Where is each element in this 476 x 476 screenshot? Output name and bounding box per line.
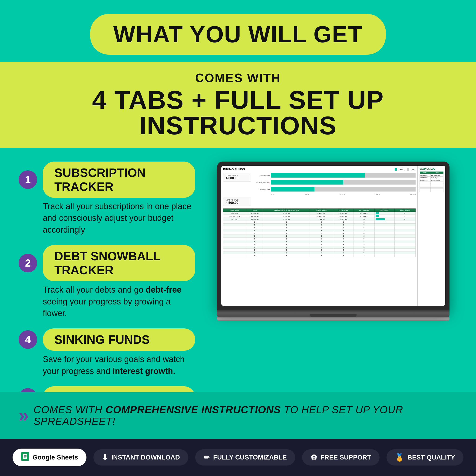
feature-2-desc: Track all your debts and go debt-free se… (18, 284, 195, 319)
table-cell-empty: $ (246, 226, 263, 229)
table-cell-empty (374, 246, 394, 249)
table-cell-empty: $ (310, 252, 333, 254)
table-cell-empty: $ (246, 229, 263, 232)
log-th-fund: FUND (430, 171, 443, 174)
table-cell-empty (223, 221, 246, 224)
table-cell-empty: $ (263, 243, 310, 246)
table-cell-empty (394, 235, 415, 238)
table-cell-empty: $ (246, 243, 263, 246)
chart-area: Pet Care fund Tech Replacement (253, 173, 416, 195)
table-row-empty: $$$$$ (223, 252, 416, 254)
left-to-save-box: LEFT TO SAVE 4,500.00 (223, 198, 251, 206)
table-cell: 6 (394, 212, 415, 215)
log-th-date: DATE (420, 171, 431, 174)
table-cell-empty (394, 243, 415, 246)
table-cell-empty: $ (333, 246, 354, 249)
ss-main: INKING FUNDS SAVED LEFT (221, 166, 417, 306)
laptop-screen: INKING FUNDS SAVED LEFT (221, 166, 445, 306)
feature-1-title: SUBSCRIPTION TRACKER (43, 162, 195, 198)
table-cell: $ 1,500.00 (354, 215, 374, 218)
table-cell: $ 2,500.00 (246, 215, 263, 218)
google-sheets-label: Google Sheets (33, 454, 78, 461)
table-row-empty: $$$$$ (223, 243, 416, 246)
table-cell-empty: $ (354, 226, 374, 229)
chart-axis-2000: 2,000.00 (339, 194, 344, 195)
table-cell-empty: $ (354, 238, 374, 240)
th-fund-name: FUND NAME (223, 209, 246, 212)
left-to-save-label: LEFT TO SAVE (226, 199, 248, 201)
table-cell-empty: $ (246, 252, 263, 254)
total-saved-box: TOTAL SAVED 4,000.00 (223, 173, 251, 182)
ss-legend: SAVED LEFT (395, 168, 416, 170)
log-row-empty (420, 191, 443, 192)
table-cell-empty (374, 224, 394, 226)
chart-remaining-tech (343, 180, 416, 185)
table-cell-empty (374, 254, 394, 257)
log-cell-empty (420, 191, 431, 192)
table-cell-empty (374, 232, 394, 235)
log-cell: Pet Care fund (430, 174, 443, 177)
badge-best-quality: 🏅 BEST QUALITY (387, 449, 463, 466)
chart-label-pet: Pet Care fund (253, 174, 270, 176)
feature-3: 4 SINKING FUNDS Save for your various go… (18, 328, 195, 377)
table-cell-empty: $ (310, 229, 333, 232)
progress-bar-fill (375, 215, 379, 217)
laptop-body: INKING FUNDS SAVED LEFT (217, 162, 449, 310)
th-months-left: MONTHS LEFT (394, 209, 415, 212)
feature-2-title: DEBT SNOWBALL TRACKER (43, 245, 195, 281)
table-cell-empty: $ (333, 221, 354, 224)
log-cell: 02/01/2024 (420, 177, 431, 179)
th-initial: INITIAL AMOUNT (310, 209, 333, 212)
laptop-bottom (217, 317, 449, 321)
table-cell-empty: $ (354, 243, 374, 246)
log-cell: Mutual Funds (430, 179, 443, 182)
log-cell: Tech Repla... (430, 177, 443, 179)
svg-rect-3 (24, 456, 27, 457)
table-cell-empty: $ (333, 229, 354, 232)
table-row-empty: $$$$$ (223, 240, 416, 243)
badge-instant-download: ⬇ INSTANT DOWNLOAD (93, 449, 188, 466)
table-cell-empty (394, 221, 415, 224)
table-cell-empty (394, 252, 415, 254)
hero-section: WHAT YOU WILL GET (0, 0, 476, 62)
table-cell: 0 (394, 218, 415, 221)
table-cell-empty (223, 249, 246, 252)
table-cell-empty: $ (246, 254, 263, 257)
table-cell-empty (374, 240, 394, 243)
table-cell-empty (223, 246, 246, 249)
edit-icon: ✏ (204, 453, 210, 462)
table-cell-empty (394, 249, 415, 252)
bottom-text: COMES WITH COMPREHENSIVE INSTRUCTIONS TO… (34, 404, 458, 427)
table-cell: $ 1,000.00 (333, 218, 354, 221)
table-cell-empty (223, 254, 246, 257)
table-cell-empty (374, 249, 394, 252)
table-cell-empty: $ (246, 240, 263, 243)
table-cell: ual Funds (223, 218, 246, 221)
table-cell: $ 1,000.00 (333, 215, 354, 218)
table-row: ual Funds$ 1,000.00$ 500.00$ 500.00$ 1,0… (223, 218, 416, 221)
log-cell: 03/01/2024 (420, 179, 431, 182)
google-sheets-icon (21, 452, 29, 462)
table-row-empty: $$$$$ (223, 229, 416, 232)
table-cell-empty (374, 221, 394, 224)
table-cell-empty: $ (310, 249, 333, 252)
medal-icon: 🏅 (395, 453, 404, 462)
table-cell-empty: $ (263, 224, 310, 226)
chart-fill-pet (271, 173, 365, 178)
table-cell-empty: $ (246, 238, 263, 240)
table-cell-empty: $ (310, 224, 333, 226)
svg-rect-2 (24, 455, 27, 456)
table-cell: $ 500.00 (263, 212, 310, 215)
chevron-icon: » (18, 406, 29, 425)
th-goal: GOAL (246, 209, 263, 212)
table-cell-empty (394, 226, 415, 229)
table-cell (374, 215, 394, 218)
instant-download-label: INSTANT DOWNLOAD (111, 454, 180, 461)
ss-log-title: SAVINGS LOG (420, 168, 443, 170)
free-support-label: FREE SUPPORT (321, 454, 371, 461)
table-cell: h Replacement (223, 215, 246, 218)
table-cell-empty: $ (263, 232, 310, 235)
table-cell (374, 212, 394, 215)
table-cell-empty: $ (263, 221, 310, 224)
fully-customizable-label: FULLY CUSTOMIZABLE (213, 454, 287, 461)
